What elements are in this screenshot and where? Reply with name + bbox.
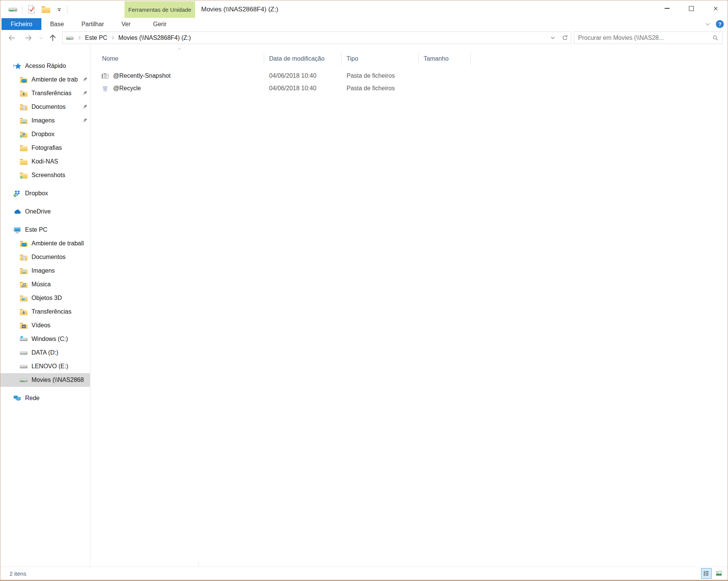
window-controls bbox=[655, 0, 728, 16]
sidebar-item-movies-z[interactable]: Movies (\\NAS2868 bbox=[0, 373, 90, 387]
sidebar-item-label: Screenshots bbox=[32, 172, 65, 179]
sidebar-item-transferencias[interactable]: Transferências bbox=[0, 86, 90, 100]
breadcrumb-este-pc[interactable]: Este PC bbox=[85, 35, 107, 41]
recent-locations-chevron-icon[interactable] bbox=[38, 35, 44, 41]
sidebar-item-label: DATA (D:) bbox=[32, 349, 58, 356]
forward-icon[interactable] bbox=[24, 33, 33, 42]
breadcrumb-chevron-icon[interactable] bbox=[110, 35, 115, 40]
file-row-recently-snapshot[interactable]: @Recently-Snapshot 04/06/2018 10:40 Past… bbox=[95, 69, 471, 82]
view-toggles bbox=[701, 568, 724, 579]
sidebar-item-dropbox[interactable]: Dropbox bbox=[0, 187, 90, 200]
minimize-icon bbox=[665, 8, 670, 9]
title-bar: Ferramentas de Unidade Movies (\\NAS2868… bbox=[0, 0, 728, 18]
search-input[interactable] bbox=[574, 35, 712, 41]
sidebar-item-kodi-nas[interactable]: Kodi-NAS bbox=[0, 155, 90, 168]
sidebar-item-label: OneDrive bbox=[25, 208, 51, 215]
search-box bbox=[574, 31, 723, 44]
column-header-tamanho[interactable]: Tamanho bbox=[419, 52, 471, 65]
details-view-icon bbox=[702, 569, 711, 578]
sidebar-item-windows-c[interactable]: Windows (C:) bbox=[0, 332, 90, 346]
drive-icon bbox=[19, 362, 28, 371]
sidebar-item-dropbox-folder[interactable]: Dropbox bbox=[0, 127, 90, 141]
breadcrumb-current-folder[interactable]: Movies (\\NAS2868F4) (Z:) bbox=[118, 35, 191, 41]
explorer-window: Ferramentas de Unidade Movies (\\NAS2868… bbox=[0, 0, 728, 581]
sidebar-item-label: Documentos bbox=[32, 104, 66, 110]
thumbnail-view-button[interactable] bbox=[714, 568, 724, 579]
refresh-icon bbox=[562, 35, 568, 41]
sidebar-item-documentos[interactable]: Documentos bbox=[0, 100, 90, 114]
music-folder-icon bbox=[19, 280, 28, 289]
sidebar-item-imagens[interactable]: Imagens bbox=[0, 114, 90, 127]
sidebar-item-ambiente-de-trabalho-pc[interactable]: Ambiente de traball bbox=[0, 237, 90, 250]
sidebar-item-acesso-rapido[interactable]: Acesso Rápido bbox=[0, 59, 90, 73]
address-dropdown-button[interactable] bbox=[547, 32, 559, 44]
file-modified-cell: 04/06/2018 10:40 bbox=[264, 72, 342, 79]
sidebar-item-label: Vídeos bbox=[32, 322, 50, 329]
sidebar-item-label: Transferências bbox=[32, 308, 71, 315]
help-button[interactable]: ? bbox=[716, 20, 724, 28]
sidebar-item-ambiente-de-trabalho[interactable]: Ambiente de trab bbox=[0, 73, 90, 86]
sidebar-item-label: Dropbox bbox=[32, 131, 54, 138]
address-bar[interactable]: Este PC Movies (\\NAS2868F4) (Z:) bbox=[62, 31, 571, 44]
properties-icon[interactable] bbox=[27, 5, 36, 14]
column-header-data-modificacao[interactable]: Data de modificação bbox=[264, 52, 342, 65]
dropbox-icon bbox=[13, 189, 22, 198]
pin-icon bbox=[81, 90, 88, 97]
sidebar-item-label: Fotografias bbox=[32, 144, 62, 151]
tab-gerir[interactable]: Gerir bbox=[124, 18, 195, 30]
desktop-folder-icon bbox=[19, 75, 28, 84]
sidebar-item-label: Kodi-NAS bbox=[32, 158, 58, 165]
tab-base[interactable]: Base bbox=[41, 18, 72, 30]
refresh-button[interactable] bbox=[559, 32, 571, 44]
sidebar-item-label: Ambiente de trab bbox=[32, 76, 78, 83]
tab-ficheiro[interactable]: Ficheiro bbox=[2, 18, 41, 30]
onedrive-cloud-icon bbox=[13, 207, 22, 216]
sidebar-item-este-pc[interactable]: Este PC bbox=[0, 223, 90, 237]
sidebar-item-videos[interactable]: Vídeos bbox=[0, 319, 90, 332]
sidebar-item-musica[interactable]: Música bbox=[0, 278, 90, 291]
back-icon[interactable] bbox=[7, 33, 16, 42]
column-header-nome[interactable]: Nome bbox=[95, 52, 264, 65]
videos-folder-icon bbox=[19, 321, 28, 330]
column-header-tipo[interactable]: Tipo bbox=[342, 52, 419, 65]
file-row-recycle[interactable]: @Recycle 04/06/2018 10:40 Pasta de fiche… bbox=[95, 82, 471, 94]
file-modified-cell: 04/06/2018 10:40 bbox=[264, 85, 342, 92]
breadcrumb-chevron-icon[interactable] bbox=[77, 35, 82, 40]
details-view-button[interactable] bbox=[701, 568, 712, 579]
expand-ribbon-chevron-icon[interactable] bbox=[704, 21, 711, 27]
pictures-folder-icon bbox=[19, 267, 28, 275]
this-pc-icon bbox=[13, 226, 22, 234]
new-folder-icon[interactable] bbox=[41, 5, 51, 14]
sidebar-item-label: Imagens bbox=[32, 267, 55, 274]
sidebar-item-lenovo-e[interactable]: LENOVO (E:) bbox=[0, 360, 90, 373]
sidebar-item-onedrive[interactable]: OneDrive bbox=[0, 205, 90, 218]
customize-toolbar-icon[interactable] bbox=[55, 6, 63, 13]
maximize-button[interactable] bbox=[679, 0, 703, 16]
file-type-cell: Pasta de ficheiros bbox=[342, 85, 419, 92]
search-icon[interactable] bbox=[712, 35, 719, 41]
sidebar-item-objetos-3d[interactable]: Objetos 3D bbox=[0, 291, 90, 305]
close-icon bbox=[712, 5, 719, 12]
sidebar-item-label: Música bbox=[32, 281, 51, 288]
close-button[interactable] bbox=[703, 0, 728, 16]
tab-partilhar[interactable]: Partilhar bbox=[72, 18, 113, 30]
up-icon[interactable] bbox=[48, 33, 57, 42]
file-name-cell: @Recycle bbox=[95, 84, 264, 93]
pin-icon bbox=[81, 104, 88, 110]
toolbar-separator bbox=[67, 5, 68, 14]
sidebar-item-transferencias-pc[interactable]: Transferências bbox=[0, 305, 90, 319]
sidebar-item-fotografias[interactable]: Fotografias bbox=[0, 141, 90, 155]
sidebar-item-label: Documentos bbox=[32, 254, 66, 261]
minimize-button[interactable] bbox=[655, 0, 679, 16]
items-count: 2 itens bbox=[9, 570, 26, 577]
sidebar-item-documentos-pc[interactable]: Documentos bbox=[0, 250, 90, 264]
windows-drive-icon bbox=[19, 335, 28, 344]
sidebar-item-label: Acesso Rápido bbox=[25, 63, 66, 69]
sidebar-item-screenshots[interactable]: Screenshots bbox=[0, 168, 90, 182]
sidebar-item-imagens-pc[interactable]: Imagens bbox=[0, 264, 90, 278]
sidebar-item-rede[interactable]: Rede bbox=[0, 391, 90, 405]
downloads-folder-icon bbox=[19, 89, 28, 98]
sidebar-item-label: Este PC bbox=[25, 226, 47, 233]
quick-access-star-icon bbox=[13, 62, 22, 71]
sidebar-item-data-d[interactable]: DATA (D:) bbox=[0, 346, 90, 360]
